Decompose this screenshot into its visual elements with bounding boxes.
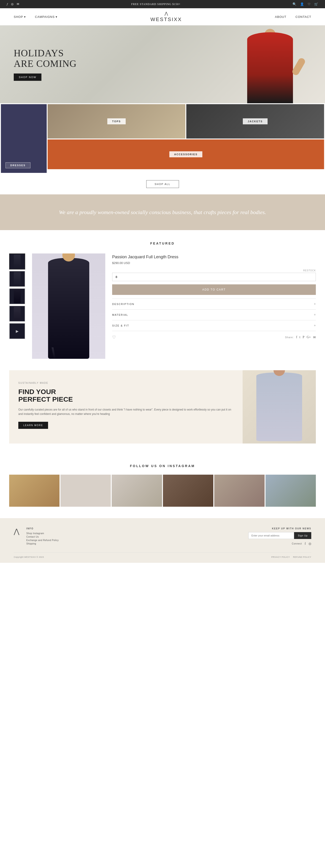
accordion-size-fit[interactable]: SIZE & FIT + (112, 320, 316, 331)
chevron-down-icon: ▾ (24, 15, 26, 19)
category-dresses[interactable]: DRESSES (1, 104, 47, 173)
refund-policy-link[interactable]: REFUND POLICY (293, 556, 311, 558)
share-email-icon[interactable]: ✉ (313, 335, 316, 339)
newsletter-title: KEEP UP WITH OUR NEWS (248, 527, 311, 530)
chevron-down-icon: ▾ (56, 15, 58, 19)
hero-model (233, 28, 307, 103)
hero-cta-button[interactable]: SHOP NOW (14, 73, 41, 81)
product-name: Passion Jacquard Full Length Dress (112, 255, 316, 259)
share-googleplus-icon[interactable]: G+ (307, 335, 311, 339)
shop-all-button[interactable]: SHOP ALL (146, 180, 179, 188)
share-area: Share: f t P G+ ✉ (285, 335, 316, 339)
footer-logo-icon: ⋀ (14, 527, 20, 535)
footer-policy-links: PRIVACY POLICY REFUND POLICY (271, 556, 311, 558)
footer-link-exchange[interactable]: Exchange and Refund Policy (26, 539, 59, 541)
share-label: Share: (285, 336, 294, 339)
hero-content: HOLIDAYS ARE COMING SHOP NOW (0, 48, 90, 81)
nav-contact[interactable]: CONTACT (295, 15, 311, 19)
share-pinterest-icon[interactable]: P (302, 335, 304, 339)
find-description: Our carefully curated pieces are for all… (18, 408, 233, 416)
footer-info: INFO Shop Instagram Contact Us Exchange … (26, 527, 59, 545)
search-icon[interactable]: 🔍 (292, 2, 296, 6)
cart-icon[interactable]: 🛒 (314, 2, 318, 6)
newsletter-form: Sign Up (248, 532, 311, 539)
size-selector[interactable]: 4 6 8 10 12 14 16 (112, 273, 316, 281)
thumb-dress-1 (14, 255, 21, 268)
accordion-plus-icon-3: + (314, 323, 316, 328)
nav-shop[interactable]: SHOP ▾ (14, 15, 26, 19)
nav-about[interactable]: ABOUT (275, 15, 286, 19)
add-to-cart-button[interactable]: ADD TO CART (112, 284, 316, 295)
thumbnail-4[interactable] (9, 306, 25, 322)
instagram-post-4[interactable] (163, 475, 213, 507)
thumb-dress-4 (14, 307, 21, 320)
thumbnail-3[interactable] (9, 288, 25, 304)
tops-label: TOPS (107, 118, 126, 124)
wishlist-button[interactable]: ♡ (112, 335, 116, 340)
instagram-post-3[interactable] (112, 475, 162, 507)
find-model-figure (256, 373, 302, 441)
model-arm (291, 57, 306, 76)
header-action-icons: 🔍 👤 ♡ 🛒 (292, 2, 318, 6)
accordion-description[interactable]: DESCRIPTION + (112, 299, 316, 309)
email-icon[interactable]: ✉ (17, 2, 19, 6)
category-section: DRESSES TOPS JACKETS ACCESSORIES (0, 103, 325, 174)
logo-icon: ⋀ (150, 11, 182, 16)
hero-title: HOLIDAYS ARE COMING (14, 48, 77, 69)
restock-label: RESTOCK (112, 269, 316, 272)
instagram-post-2[interactable] (60, 475, 111, 507)
find-piece-image (242, 370, 316, 443)
shop-all-area: SHOP ALL (0, 174, 325, 194)
account-icon[interactable]: 👤 (300, 2, 304, 6)
newsletter-email-input[interactable] (248, 532, 294, 539)
nav-right: ABOUT CONTACT (275, 15, 311, 19)
category-jackets[interactable]: JACKETS (186, 104, 324, 138)
category-top-row: TOPS JACKETS (47, 104, 324, 138)
product-thumbnails: ▶ (9, 253, 25, 339)
wishlist-icon[interactable]: ♡ (307, 2, 311, 6)
share-facebook-icon[interactable]: f (296, 335, 297, 339)
thumbnail-5[interactable]: ▶ (9, 323, 25, 339)
top-bar: 𝑓 ◎ ✉ FREE STANDARD SHIPPING $150+ 🔍 👤 ♡… (0, 0, 325, 8)
play-icon: ▶ (16, 329, 19, 333)
thumb-dress-2 (14, 272, 21, 286)
newsletter-signup-button[interactable]: Sign Up (294, 532, 311, 539)
find-title: FIND YOUR PERFECT PIECE (18, 388, 233, 403)
thumbnail-2[interactable] (9, 271, 25, 287)
find-tag: SUSTAINABLY MADE (18, 382, 233, 384)
footer-link-contact[interactable]: Contact Us (26, 535, 59, 538)
instagram-post-1[interactable] (9, 475, 60, 507)
footer-info-title: INFO (26, 527, 59, 530)
nav-campaigns[interactable]: CAMPAIGNS ▾ (35, 15, 58, 19)
footer-link-instagram[interactable]: Shop Instagram (26, 532, 59, 535)
privacy-policy-link[interactable]: PRIVACY POLICY (271, 556, 290, 558)
product-price: $290.00 USD (112, 261, 316, 265)
accordion-material[interactable]: MATERIAL + (112, 309, 316, 320)
thumbnail-1[interactable] (9, 253, 25, 270)
logo[interactable]: ⋀ WESTSIXX (150, 11, 182, 23)
jackets-label: JACKETS (243, 118, 267, 124)
category-tops[interactable]: TOPS (47, 104, 185, 138)
instagram-post-5[interactable] (214, 475, 265, 507)
accordion-plus-icon-2: + (314, 313, 316, 317)
instagram-post-6[interactable] (265, 475, 316, 507)
main-nav: SHOP ▾ CAMPAIGNS ▾ ⋀ WESTSIXX ABOUT CONT… (0, 8, 325, 25)
footer-top: ⋀ INFO Shop Instagram Contact Us Exchang… (14, 527, 311, 546)
logo-text: WESTSIXX (150, 17, 182, 23)
thumb-dress-3 (14, 289, 21, 303)
instagram-grid (9, 475, 316, 507)
footer-logo-area: ⋀ INFO Shop Instagram Contact Us Exchang… (14, 527, 59, 545)
product-main-image (32, 253, 105, 359)
footer-facebook-icon[interactable]: f (305, 542, 306, 546)
nav-left: SHOP ▾ CAMPAIGNS ▾ (14, 15, 58, 19)
hero-banner: HOLIDAYS ARE COMING SHOP NOW (0, 25, 325, 103)
share-twitter-icon[interactable]: t (299, 335, 300, 339)
category-accessories[interactable]: ACCESSORIES (47, 140, 324, 169)
footer-copyright: Copyright WESTSIXX © 2023 (14, 556, 44, 558)
learn-more-button[interactable]: LEARN MORE (18, 422, 48, 429)
footer-instagram-icon[interactable]: ◎ (308, 542, 311, 546)
instagram-icon[interactable]: ◎ (11, 2, 13, 6)
dresses-label: DRESSES (5, 162, 30, 168)
footer-link-shipping[interactable]: Shipping (26, 542, 59, 545)
facebook-icon[interactable]: 𝑓 (7, 2, 8, 6)
